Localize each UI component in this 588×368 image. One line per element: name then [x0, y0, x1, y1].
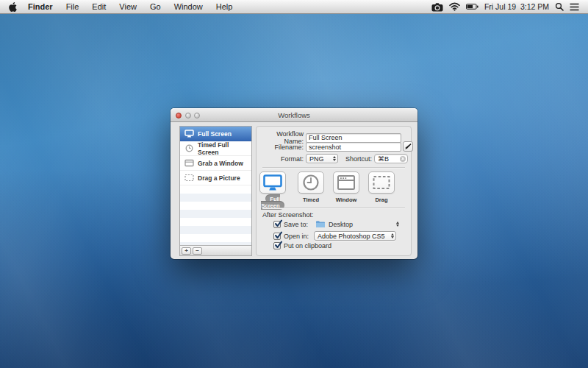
open-in-value: Adobe Photoshop CS5	[318, 233, 385, 240]
mode-drag-label: Drag	[368, 197, 395, 203]
menu-item-file[interactable]: File	[60, 0, 86, 13]
workflow-item-label: Full Screen	[198, 130, 232, 138]
mode-timed-label: Timed	[298, 197, 324, 203]
mode-full-screen-button[interactable]	[259, 171, 286, 194]
add-workflow-button[interactable]: +	[182, 247, 191, 255]
menu-bar-status: Fri Jul 19 3:12 PM	[431, 2, 588, 12]
save-to-value: Desktop	[329, 221, 353, 228]
popup-arrows-icon	[396, 222, 399, 227]
window-icon	[337, 174, 356, 191]
dashed-rect-icon	[372, 174, 391, 191]
save-to-label: Save to:	[284, 221, 308, 228]
workflow-item-label: Timed Full Screen	[198, 141, 251, 156]
menu-list-icon[interactable]	[570, 3, 579, 11]
mode-timed-button[interactable]	[298, 171, 324, 194]
shortcut-label: Shortcut:	[341, 155, 372, 163]
clear-shortcut-icon[interactable]	[400, 156, 406, 162]
menu-bar-left: Finder File Edit View Go Window Help	[0, 0, 239, 13]
dashed-rect-icon	[184, 174, 194, 182]
separator	[262, 167, 405, 168]
check-icon	[274, 231, 283, 240]
display-icon	[263, 174, 282, 191]
menu-item-help[interactable]: Help	[209, 0, 240, 13]
shortcut-value: ⌘B	[378, 155, 389, 163]
workflows-window: Workflows Full Screen Timed Full Screen …	[171, 108, 417, 259]
workflow-item-timed-full-screen[interactable]: Timed Full Screen	[180, 141, 251, 156]
clipboard-label: Put on clipboard	[284, 242, 331, 250]
desktop: Finder File Edit View Go Window Help Fri…	[0, 0, 588, 368]
spotlight-icon[interactable]	[555, 2, 564, 11]
menu-item-app[interactable]: Finder	[21, 0, 60, 13]
battery-icon[interactable]	[466, 4, 478, 10]
format-popup[interactable]: PNG	[306, 154, 338, 163]
list-footer: + −	[180, 245, 251, 255]
window-icon	[184, 159, 194, 167]
popup-arrows-icon	[333, 156, 336, 162]
workflow-item-grab-a-window[interactable]: Grab a Window	[180, 156, 251, 171]
clipboard-checkbox[interactable]	[273, 242, 281, 250]
menu-item-edit[interactable]: Edit	[85, 0, 112, 13]
apple-menu[interactable]	[0, 2, 21, 12]
filename-input[interactable]	[306, 142, 401, 152]
rename-pen-icon	[404, 143, 412, 150]
workflow-item-label: Grab a Window	[198, 160, 243, 167]
folder-icon	[315, 220, 326, 228]
format-label: Format:	[257, 155, 304, 163]
workflow-detail-panel: Workflow Name: Filename: Format: PNG Sho…	[256, 126, 412, 256]
camera-icon[interactable]	[431, 2, 443, 12]
separator	[262, 208, 405, 208]
workflow-name-input[interactable]	[306, 133, 401, 143]
menu-item-view[interactable]: View	[112, 0, 143, 13]
workflow-list: Full Screen Timed Full Screen Grab a Win…	[179, 126, 252, 256]
after-screenshot-heading: After Screenshot:	[262, 211, 314, 219]
mode-window-label: Window	[333, 197, 359, 203]
clipboard-row[interactable]: Put on clipboard	[273, 242, 331, 250]
window-title: Workflows	[171, 108, 417, 122]
empty-rows	[180, 185, 251, 245]
wifi-icon[interactable]	[449, 2, 460, 11]
window-titlebar[interactable]: Workflows	[171, 108, 417, 122]
clock-icon	[302, 174, 320, 191]
menu-bar: Finder File Edit View Go Window Help Fri…	[0, 0, 588, 14]
mode-drag-button[interactable]	[368, 171, 395, 194]
shortcut-field[interactable]: ⌘B	[374, 154, 408, 163]
filename-token-button[interactable]	[403, 141, 413, 152]
open-in-popup[interactable]: Adobe Photoshop CS5	[314, 231, 396, 241]
filename-label: Filename:	[257, 144, 304, 151]
save-to-checkbox[interactable]	[273, 221, 281, 228]
clock-icon	[184, 144, 194, 152]
open-in-label: Open in:	[284, 233, 309, 240]
workflow-item-label: Drag a Picture	[198, 174, 240, 182]
mode-full-screen-label: Full Screen	[257, 195, 289, 208]
format-value: PNG	[309, 155, 324, 163]
save-to-row[interactable]: Save to: Desktop	[273, 220, 353, 228]
workflow-item-full-screen[interactable]: Full Screen	[180, 127, 251, 141]
display-icon	[184, 130, 194, 138]
check-icon	[274, 241, 283, 250]
remove-workflow-button[interactable]: −	[193, 247, 202, 255]
workflow-item-drag-a-picture[interactable]: Drag a Picture	[180, 171, 251, 185]
open-in-checkbox[interactable]	[273, 233, 281, 240]
check-icon	[274, 219, 283, 228]
menu-item-go[interactable]: Go	[143, 0, 168, 13]
popup-arrows-icon	[391, 233, 394, 239]
open-in-row[interactable]: Open in: Adobe Photoshop CS5	[273, 231, 396, 241]
mode-window-button[interactable]	[333, 171, 359, 194]
menu-clock[interactable]: Fri Jul 19 3:12 PM	[484, 2, 549, 11]
menu-item-window[interactable]: Window	[168, 0, 209, 13]
apple-icon	[9, 2, 17, 12]
